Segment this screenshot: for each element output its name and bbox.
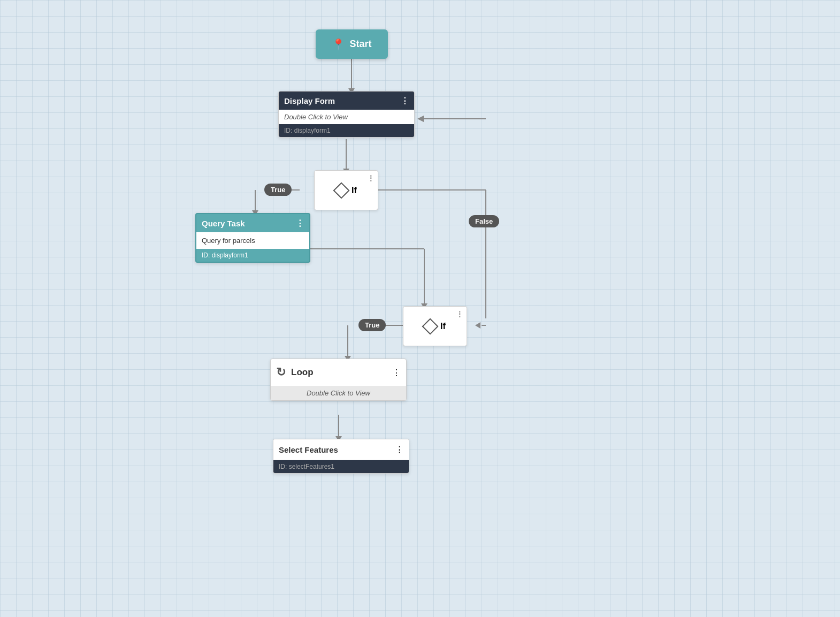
loop-menu-icon[interactable]: ⋮ [392,368,401,378]
svg-marker-13 [475,322,480,329]
query-task-id: ID: displayform1 [196,249,309,262]
query-task-title: Query Task [202,219,245,228]
display-form-header: Display Form ⋮ [279,92,414,110]
if-node-2[interactable]: ⋮ If [403,306,467,346]
loop-subtitle: Double Click to View [271,386,406,400]
display-form-menu-icon[interactable]: ⋮ [401,96,409,105]
select-features-title: Select Features [279,445,338,454]
start-node: 📍 Start [316,29,388,59]
loop-icon: ↻ [276,365,286,379]
query-task-node[interactable]: Query Task ⋮ Query for parcels ID: displ… [195,213,310,263]
if-2-diamond-icon [422,318,439,334]
true-badge-2: True [358,319,386,331]
loop-node[interactable]: ↻ Loop ⋮ Double Click to View [270,359,407,401]
start-label: Start [349,39,371,50]
select-features-node[interactable]: Select Features ⋮ ID: selectFeatures1 [273,439,409,474]
display-form-subtitle: Double Click to View [279,110,414,124]
display-form-id: ID: displayform1 [279,124,414,137]
if-2-menu-icon[interactable]: ⋮ [456,310,463,318]
if-1-label: If [352,186,357,195]
loop-header: ↻ Loop ⋮ [271,359,406,386]
if-node-1[interactable]: ⋮ If [314,170,378,210]
loop-title: Loop [291,367,314,378]
true-badge-1: True [264,184,292,196]
display-form-title: Display Form [284,96,335,105]
pin-icon: 📍 [332,38,345,51]
loop-header-content: ↻ Loop [276,365,314,379]
if-2-label: If [440,322,446,331]
if-1-diamond-icon [333,182,350,199]
select-features-menu-icon[interactable]: ⋮ [395,445,403,454]
false-badge: False [469,215,499,227]
query-task-body: Query for parcels [196,232,309,249]
display-form-node[interactable]: Display Form ⋮ Double Click to View ID: … [278,91,415,138]
svg-marker-20 [417,116,424,122]
select-features-id: ID: selectFeatures1 [273,460,409,473]
if-1-menu-icon[interactable]: ⋮ [367,174,375,182]
query-task-menu-icon[interactable]: ⋮ [296,218,304,228]
select-features-header: Select Features ⋮ [273,439,409,460]
query-task-header: Query Task ⋮ [196,214,309,232]
